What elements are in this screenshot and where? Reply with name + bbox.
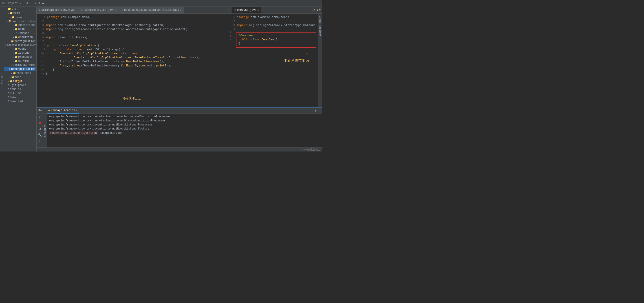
sidebar-item-listener[interactable]: ▸ 📁 listener bbox=[4, 51, 36, 55]
tab-close-demodao[interactable]: ✕ bbox=[258, 9, 259, 11]
run-play-icon[interactable]: ▶ bbox=[38, 115, 41, 119]
settings-icon[interactable]: ⚙ bbox=[38, 1, 40, 5]
code-line: 13 Arrays.stream(beanDefinitionNames).fo… bbox=[36, 64, 228, 68]
sidebar-item-annotations[interactable]: ▸ 📁 annotations bbox=[4, 23, 36, 27]
left-code-pane[interactable]: ▸ 1 package com.example.demo; 2 3 bbox=[36, 14, 228, 107]
run-tab-close[interactable]: ✕ bbox=[76, 109, 77, 112]
code-line: @Component bbox=[239, 34, 314, 38]
expand-icon[interactable]: ⇅ bbox=[35, 1, 36, 5]
run-output-line: exampleService bbox=[99, 131, 123, 135]
project-panel-label[interactable]: Project bbox=[0, 7, 4, 151]
run-output-line: org.springframework.context.event.intern… bbox=[49, 123, 320, 127]
sidebar-item-main[interactable]: ▾ 📁 main bbox=[4, 11, 36, 15]
code-line: ▸ 1 package com.example.demo; bbox=[36, 15, 228, 19]
code-line: 3 import com.example.demo.configuration.… bbox=[36, 23, 228, 28]
right-tab-bar: C DemoDao.java ✕ ⚠1 ▲ ▼ bbox=[232, 7, 322, 13]
arrow-annotation: ↑ 不在扫描范围内 bbox=[228, 51, 318, 63]
code-line: 7 bbox=[36, 40, 228, 44]
run-stop-icon[interactable]: ■ bbox=[38, 121, 41, 125]
run-scroll-icon[interactable]: ↕ bbox=[38, 139, 41, 143]
nav-up-icon[interactable]: ▲ bbox=[316, 8, 318, 12]
code-line: 12 String[] beanDefinitionNames = ctx.ge… bbox=[36, 60, 228, 64]
project-sidebar: ▸ 📁 src ▾ 📁 main ▾ 📁 java ▾ 📦 com.examp bbox=[4, 7, 36, 151]
watermark: @砖业洋＿＿ bbox=[124, 96, 141, 100]
warning-icon: ⚠1 bbox=[312, 8, 316, 12]
run-toolbar: ▶ ■ ↺ 🔧 ↕ bbox=[36, 114, 43, 148]
sidebar-item-configuration[interactable]: ▾ 📁 configuration bbox=[4, 39, 36, 43]
run-tab-bar: Run: ▶ DemoApplication ✕ ⚙ — bbox=[36, 107, 322, 114]
code-line: ▾ 8 public class DemoApplication { bbox=[36, 44, 228, 48]
tab-demoapplication[interactable]: C DemoApplication.java ✕ bbox=[36, 7, 79, 13]
code-line: 5 bbox=[36, 32, 228, 36]
run-content: ▶ ■ ↺ 🔧 ↕ Structure org.springframework.… bbox=[36, 114, 322, 148]
scope-icon[interactable]: ⊕ bbox=[26, 1, 28, 5]
sidebar-item-event[interactable]: ▸ 📁 event bbox=[4, 47, 36, 51]
run-output-line: org.springframework.context.annotation.i… bbox=[49, 119, 320, 123]
code-line: 11 AnnotationConfigApplicationContext(Ba… bbox=[36, 56, 228, 60]
left-tab-bar: C DemoApplication.java ✕ C ExampleServic… bbox=[36, 7, 232, 13]
validation-success-icon: ✓ bbox=[228, 8, 230, 12]
code-line: 2 bbox=[36, 19, 228, 23]
run-output[interactable]: org.springframework.context.annotation.i… bbox=[48, 114, 322, 148]
code-line: 10 AnnotationConfigApplicationContext ct… bbox=[36, 52, 228, 56]
run-settings-icon[interactable]: ⚙ bbox=[314, 109, 316, 112]
code-line: 14 } bbox=[36, 68, 228, 72]
sidebar-item-exampleservice[interactable]: C ExampleService bbox=[4, 63, 36, 67]
project-icon: 🗂 bbox=[2, 1, 5, 5]
bottom-status-bar: CSDN@砖业洋__ bbox=[36, 147, 322, 151]
sidebar-item-test[interactable]: ▸ 📁 test bbox=[4, 75, 36, 79]
right-code-pane[interactable]: 1 package com.example.demo.bean; 2 3 imp… bbox=[228, 14, 318, 107]
tab-basepackage[interactable]: C BasePackageClassConfiguration.java ✕ bbox=[119, 7, 184, 13]
maven-panel[interactable]: Maven Database bbox=[318, 14, 322, 107]
code-line: ▾ 9 public static void main(String[] arg… bbox=[36, 48, 228, 52]
sidebar-item-com-example-demo[interactable]: ▾ 📦 com.example.demo bbox=[4, 19, 36, 23]
minimize-icon[interactable]: — bbox=[42, 1, 44, 5]
sidebar-item-service[interactable]: ▾ 📁 service bbox=[4, 59, 36, 63]
sidebar-item-resources[interactable]: ▸ 📁 resources bbox=[4, 71, 36, 75]
code-line: public class DemoDao { bbox=[239, 38, 314, 42]
nav-down-icon[interactable]: ▼ bbox=[319, 8, 321, 12]
run-minimize-icon[interactable]: — bbox=[318, 109, 320, 112]
run-rerun-icon[interactable]: ↺ bbox=[38, 127, 41, 131]
run-tools-icon[interactable]: 🔧 bbox=[38, 133, 42, 137]
code-line: 4 import org.springframework.context.ann… bbox=[36, 28, 228, 32]
code-line: } bbox=[239, 42, 314, 46]
code-line: 6 import java.util.Arrays; bbox=[36, 36, 228, 40]
sidebar-item-processor[interactable]: ▸ 📁 processor bbox=[4, 55, 36, 59]
sidebar-item-java[interactable]: ▾ 📁 java bbox=[4, 15, 36, 19]
database-label: Database bbox=[319, 25, 321, 36]
run-output-line: org.springframework.context.event.intern… bbox=[49, 127, 320, 131]
code-line: 4 bbox=[228, 28, 318, 32]
sidebar-item-mvnw[interactable]: ! mvnw bbox=[4, 95, 36, 99]
tab-close-basepackage[interactable]: ✕ bbox=[180, 9, 182, 11]
sidebar-item-demoapplication[interactable]: C DemoApplication bbox=[4, 67, 36, 71]
sidebar-item-bean[interactable]: ▾ 📁 bean bbox=[4, 27, 36, 31]
sidebar-item-mvnw-cmd[interactable]: ! mvnw.cmd bbox=[4, 99, 36, 103]
tab-close-exampleservice[interactable]: ✕ bbox=[116, 9, 117, 11]
sidebar-item-gitignore[interactable]: ! .gitignore bbox=[4, 83, 36, 87]
structure-panel-label[interactable]: Structure bbox=[43, 114, 48, 148]
code-line: 2 bbox=[228, 19, 318, 23]
tab-exampleservice[interactable]: C ExampleService.java ✕ bbox=[79, 7, 119, 13]
sidebar-item-basepackageclassconf[interactable]: C BasePackageClassConf bbox=[4, 43, 36, 47]
run-label: Run: bbox=[38, 109, 45, 112]
code-line: 15 } bbox=[36, 72, 228, 76]
sidebar-item-demodao[interactable]: C DemoDao bbox=[4, 31, 36, 35]
annotation-box: @Component public class DemoDao { } bbox=[236, 32, 316, 48]
annotation-label: 不在扫描范围内 bbox=[228, 59, 309, 63]
tab-demodao[interactable]: C DemoDao.java ✕ bbox=[232, 7, 261, 13]
title-bar: 🗂 Project ▾ ⊕ ☰ ⇅ ⚙ — bbox=[0, 0, 322, 7]
code-line: 1 package com.example.demo.bean; bbox=[228, 15, 318, 19]
run-tab-demoapplication[interactable]: ▶ DemoApplication ✕ bbox=[47, 107, 79, 114]
sidebar-item-condition[interactable]: ▸ 📁 condition bbox=[4, 35, 36, 39]
project-label[interactable]: Project bbox=[6, 2, 18, 5]
code-line: 3 import org.springframework.stereotype.… bbox=[228, 23, 318, 28]
tab-close-demoapplication[interactable]: ✕ bbox=[75, 9, 76, 11]
dropdown-arrow[interactable]: ▾ bbox=[20, 2, 21, 5]
sidebar-item-target[interactable]: ▸ 📁 target bbox=[4, 79, 36, 83]
sidebar-item-src[interactable]: ▸ 📁 src bbox=[4, 7, 36, 11]
maven-label: Maven bbox=[319, 16, 321, 23]
sidebar-item-help-md[interactable]: ! HELP.md bbox=[4, 91, 36, 95]
sidebar-item-demo-iml[interactable]: ! demo.iml bbox=[4, 87, 36, 91]
sort-icon[interactable]: ☰ bbox=[30, 1, 33, 5]
